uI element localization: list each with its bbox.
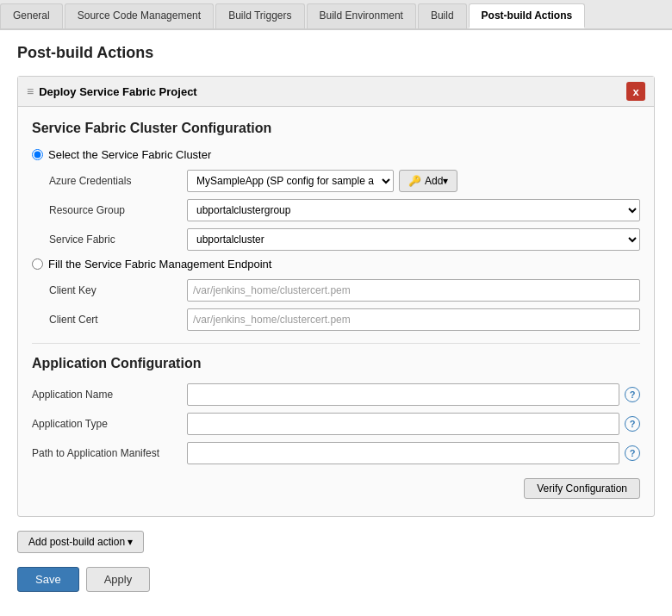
client-cert-control xyxy=(187,308,640,331)
page-title: Post-build Actions xyxy=(17,44,655,62)
resource-group-label: Resource Group xyxy=(32,204,187,216)
tab-post-build-actions[interactable]: Post-build Actions xyxy=(469,3,586,28)
client-cert-row: Client Cert xyxy=(32,308,640,331)
save-button[interactable]: Save xyxy=(17,567,79,592)
resource-group-row: Resource Group ubportalclustergroup xyxy=(32,199,640,221)
radio-fill-input[interactable] xyxy=(32,258,43,270)
app-name-row: Application Name fabric:/CounterActorApp… xyxy=(32,383,640,406)
panel-header: ≡ Deploy Service Fabric Project x xyxy=(18,77,654,107)
deploy-fabric-panel: ≡ Deploy Service Fabric Project x Servic… xyxy=(17,76,655,517)
client-cert-label: Client Cert xyxy=(32,314,187,326)
tab-build[interactable]: Build xyxy=(418,3,467,28)
radio-select-input[interactable] xyxy=(32,149,43,160)
radio-fill-endpoint[interactable]: Fill the Service Fabric Management Endpo… xyxy=(32,258,640,271)
app-type-input[interactable]: CounterActorApplicationType xyxy=(187,413,619,435)
radio-select-label: Select the Service Fabric Cluster xyxy=(48,148,211,161)
footer-buttons: Save Apply xyxy=(17,567,655,592)
radio-fill-label: Fill the Service Fabric Management Endpo… xyxy=(48,258,271,271)
app-name-control: fabric:/CounterActorApplication ? xyxy=(187,383,640,406)
manifest-input[interactable]: reliable-services-actor-sample/Actors/Ac… xyxy=(187,442,619,464)
service-fabric-label: Service Fabric xyxy=(32,233,187,246)
add-post-build-action-button[interactable]: Add post-build action ▾ xyxy=(17,531,144,553)
client-key-label: Client Key xyxy=(32,284,187,296)
add-btn-label: Add▾ xyxy=(425,175,448,187)
manifest-row: Path to Application Manifest reliable-se… xyxy=(32,442,640,464)
tab-bar: General Source Code Management Build Tri… xyxy=(0,0,672,30)
app-name-input[interactable]: fabric:/CounterActorApplication xyxy=(187,383,619,406)
azure-credentials-control: MySampleApp (SP config for sample app) 🔑… xyxy=(187,170,640,192)
client-key-control xyxy=(187,279,640,302)
manifest-label: Path to Application Manifest xyxy=(32,447,187,459)
close-panel-button[interactable]: x xyxy=(626,82,645,101)
resource-group-select[interactable]: ubportalclustergroup xyxy=(187,199,640,221)
app-type-control: CounterActorApplicationType ? xyxy=(187,413,640,435)
manifest-control: reliable-services-actor-sample/Actors/Ac… xyxy=(187,442,640,464)
azure-credentials-label: Azure Credentials xyxy=(32,175,187,187)
main-content: Post-build Actions ≡ Deploy Service Fabr… xyxy=(0,30,672,616)
section-divider xyxy=(32,343,640,344)
apply-button[interactable]: Apply xyxy=(86,567,151,592)
verify-config-button[interactable]: Verify Configuration xyxy=(524,478,640,499)
verify-btn-container: Verify Configuration xyxy=(32,471,640,502)
service-fabric-row: Service Fabric ubportalcluster xyxy=(32,228,640,251)
service-fabric-control: ubportalcluster xyxy=(187,228,640,251)
tab-scm[interactable]: Source Code Management xyxy=(65,3,214,28)
tab-build-environment[interactable]: Build Environment xyxy=(307,3,416,28)
cluster-config-title: Service Fabric Cluster Configuration xyxy=(32,121,640,136)
key-icon: 🔑 xyxy=(408,175,421,187)
azure-credentials-select[interactable]: MySampleApp (SP config for sample app) xyxy=(187,170,394,192)
client-key-input[interactable] xyxy=(187,279,640,302)
azure-credentials-row: Azure Credentials MySampleApp (SP config… xyxy=(32,170,640,192)
add-credentials-button[interactable]: 🔑 Add▾ xyxy=(399,170,457,192)
panel-title: Deploy Service Fabric Project xyxy=(39,85,197,98)
app-name-label: Application Name xyxy=(32,389,187,401)
panel-body: Service Fabric Cluster Configuration Sel… xyxy=(18,107,654,516)
panel-header-left: ≡ Deploy Service Fabric Project xyxy=(27,84,197,98)
app-name-help-icon[interactable]: ? xyxy=(625,387,640,402)
drag-handle-icon: ≡ xyxy=(27,84,34,98)
client-key-row: Client Key xyxy=(32,279,640,302)
app-type-row: Application Type CounterActorApplication… xyxy=(32,413,640,435)
manifest-help-icon[interactable]: ? xyxy=(625,445,640,461)
tab-build-triggers[interactable]: Build Triggers xyxy=(215,3,304,28)
app-type-help-icon[interactable]: ? xyxy=(625,416,640,432)
app-type-label: Application Type xyxy=(32,418,187,430)
service-fabric-select[interactable]: ubportalcluster xyxy=(187,228,640,251)
radio-select-cluster[interactable]: Select the Service Fabric Cluster xyxy=(32,148,640,161)
client-cert-input[interactable] xyxy=(187,308,640,331)
resource-group-control: ubportalclustergroup xyxy=(187,199,640,221)
tab-general[interactable]: General xyxy=(0,3,63,28)
app-config-title: Application Configuration xyxy=(32,356,640,371)
